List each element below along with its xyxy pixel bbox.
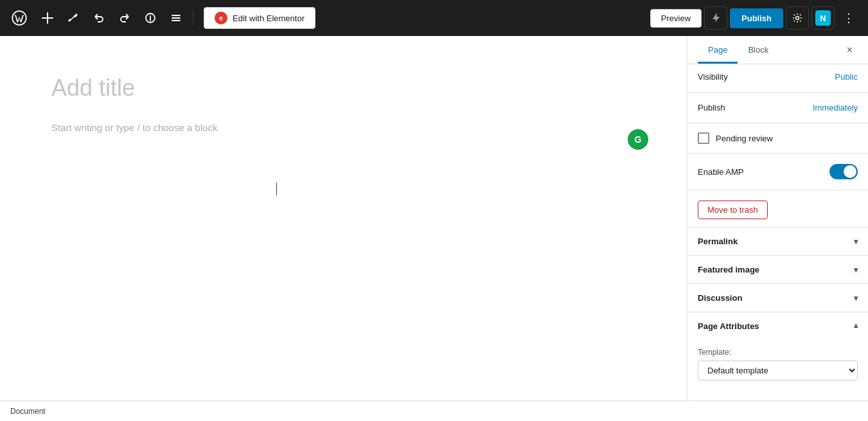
preview-button[interactable]: Preview <box>650 9 702 28</box>
divider-3 <box>687 153 868 154</box>
cursor <box>276 183 277 195</box>
featured-image-accordion-header[interactable]: Featured image ▾ <box>687 256 868 283</box>
svg-point-2 <box>796 17 799 20</box>
pending-review-checkbox[interactable] <box>698 132 709 144</box>
tools-button[interactable] <box>62 6 85 30</box>
page-attributes-chevron-icon: ▾ <box>854 322 858 331</box>
sidebar-content: Visibility Public Publish Immediately Pe… <box>687 64 868 400</box>
publish-button[interactable]: Publish <box>730 8 783 28</box>
undo-button[interactable] <box>87 6 111 30</box>
enable-amp-row: Enable AMP <box>687 156 868 187</box>
permalink-accordion-header[interactable]: Permalink ▾ <box>687 228 868 255</box>
divider-2 <box>687 123 868 123</box>
main-area: Add title Start writing or type / to cho… <box>0 36 868 400</box>
permalink-chevron-icon: ▾ <box>854 237 858 246</box>
editor-area[interactable]: Add title Start writing or type / to cho… <box>0 36 687 400</box>
grammarly-icon: G <box>628 129 648 150</box>
sidebar: Page Block × Visibility Public Publish I… <box>687 36 868 400</box>
toggle-knob <box>844 165 856 178</box>
redo-button[interactable] <box>113 6 136 30</box>
publish-schedule-row: Publish Immediately <box>687 95 868 120</box>
tab-block[interactable]: Block <box>738 36 779 64</box>
visibility-value[interactable]: Public <box>835 72 858 82</box>
enable-amp-toggle[interactable] <box>829 164 858 179</box>
post-title[interactable]: Add title <box>51 75 635 102</box>
template-select[interactable]: Default template Blank Page Elementor Ca… <box>698 361 858 381</box>
discussion-accordion-header[interactable]: Discussion ▾ <box>687 284 868 312</box>
sidebar-close-button[interactable]: × <box>842 39 858 61</box>
list-view-button[interactable] <box>164 6 188 30</box>
visibility-row: Visibility Public <box>687 64 868 89</box>
editor-body-placeholder[interactable]: Start writing or type / to choose a bloc… <box>51 122 635 133</box>
template-label: Template: <box>698 348 858 357</box>
template-section: Template: Default template Blank Page El… <box>687 340 868 391</box>
sidebar-tabs: Page Block × <box>687 36 868 64</box>
svg-point-0 <box>75 15 76 17</box>
elementor-icon: e <box>215 12 227 24</box>
bottom-bar-label: Document <box>10 407 46 416</box>
wp-logo[interactable] <box>8 6 31 30</box>
pending-review-row: Pending review <box>687 126 868 150</box>
featured-image-label: Featured image <box>698 265 759 274</box>
info-button[interactable] <box>139 6 162 30</box>
page-attributes-section: Page Attributes ▾ Template: Default temp… <box>687 312 868 391</box>
publish-value[interactable]: Immediately <box>813 103 858 112</box>
lightning-button[interactable] <box>704 6 727 30</box>
separator <box>193 10 193 26</box>
page-attributes-accordion-header[interactable]: Page Attributes ▾ <box>687 312 868 340</box>
elementor-btn-label: Edit with Elementor <box>233 13 305 23</box>
pending-review-label[interactable]: Pending review <box>716 134 773 143</box>
enable-amp-label: Enable AMP <box>698 167 744 177</box>
publish-label: Publish <box>698 103 725 112</box>
discussion-label: Discussion <box>698 293 742 303</box>
plugin-button[interactable]: N <box>811 6 835 30</box>
visibility-label: Visibility <box>698 72 728 82</box>
permalink-section: Permalink ▾ <box>687 227 868 255</box>
edit-with-elementor-button[interactable]: e Edit with Elementor <box>204 7 315 29</box>
page-attributes-label: Page Attributes <box>698 321 759 331</box>
move-to-trash-row: Move to trash <box>687 193 868 227</box>
plugin-icon: N <box>815 10 831 26</box>
featured-image-section: Featured image ▾ <box>687 255 868 283</box>
bottom-bar: Document <box>0 400 868 421</box>
discussion-chevron-icon: ▾ <box>854 294 858 303</box>
divider-1 <box>687 92 868 93</box>
permalink-label: Permalink <box>698 237 738 246</box>
divider-4 <box>687 190 868 190</box>
add-block-button[interactable] <box>36 6 59 30</box>
settings-button[interactable] <box>786 6 809 30</box>
discussion-section: Discussion ▾ <box>687 283 868 312</box>
featured-image-chevron-icon: ▾ <box>854 265 858 274</box>
move-to-trash-button[interactable]: Move to trash <box>698 201 768 219</box>
more-options-button[interactable]: ⋮ <box>837 6 860 30</box>
toolbar: e Edit with Elementor Preview Publish N … <box>0 0 868 36</box>
tab-page[interactable]: Page <box>698 36 738 64</box>
